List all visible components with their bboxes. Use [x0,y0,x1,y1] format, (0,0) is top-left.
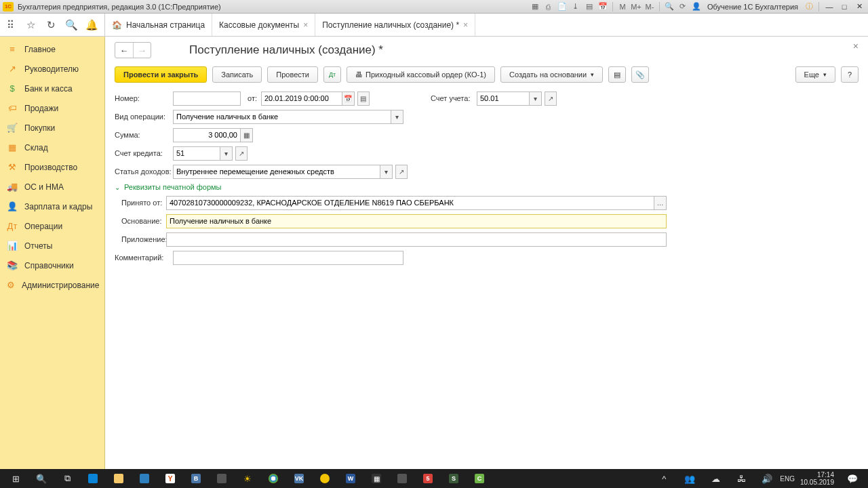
dtcr-button[interactable]: Дт [323,66,341,83]
store-icon[interactable] [132,469,157,488]
app-icon-2[interactable] [209,469,235,488]
calc-taskbar-icon[interactable]: ▦ [363,469,389,488]
save-icon[interactable]: ⤓ [570,1,581,12]
m-icon[interactable]: M [617,1,628,12]
app-icon-3[interactable] [389,469,415,488]
attach-button[interactable]: 📎 [631,66,649,83]
structure-button[interactable]: ▤ [608,66,626,83]
sidebar-item-warehouse[interactable]: ▦Склад [0,138,104,157]
date-input[interactable] [261,92,342,106]
app-icon-red1[interactable]: 5 [415,469,441,488]
help-button[interactable]: ? [841,66,859,83]
tab-home[interactable]: 🏠 Начальная страница [105,14,212,36]
m-minus-icon[interactable]: M- [644,1,655,12]
received-input[interactable] [166,196,654,210]
app-icon-red2[interactable]: S [441,469,467,488]
sum-input[interactable] [173,128,241,142]
notifications-icon[interactable]: 💬 [840,469,865,488]
yandex-icon[interactable]: Y [157,469,183,488]
ellipsis-icon[interactable]: … [654,196,667,210]
calc-icon[interactable]: ▦ [241,128,253,142]
sidebar-item-sales[interactable]: 🏷Продажи [0,98,104,118]
weather-icon[interactable]: ☀ [235,469,260,488]
search-icon[interactable]: 🔍 [61,14,81,37]
history-icon[interactable]: ↻ [41,14,61,37]
more-button[interactable]: Еще▾ [795,66,835,83]
sidebar-item-bank[interactable]: $Банк и касса [0,79,104,98]
edge-icon[interactable] [80,469,106,488]
doc-icon[interactable]: 📄 [557,1,568,12]
calendar-icon[interactable]: 📅 [597,1,608,12]
search-button[interactable]: 🔍 [28,469,54,488]
sidebar-item-main[interactable]: ≡Главное [0,39,104,59]
comment-input[interactable] [173,251,403,265]
print-pko-button[interactable]: 🖶Приходный кассовый ордер (КО-1) [347,66,495,83]
word-icon[interactable]: W [338,469,363,488]
post-close-button[interactable]: Провести и закрыть [115,66,207,83]
sidebar-item-production[interactable]: ⚒Производство [0,157,104,177]
close-button[interactable]: ✕ [853,1,865,12]
dropdown-icon[interactable]: ▾ [220,146,233,161]
open-icon[interactable]: ↗ [545,92,557,106]
explorer-icon[interactable] [106,469,132,488]
calendar-icon[interactable]: 📅 [342,92,355,106]
back-button[interactable]: ← [115,43,133,58]
clock[interactable]: 17:14 10.05.2019 [795,471,840,486]
list-icon[interactable]: ▤ [357,92,370,106]
account-input[interactable] [477,92,530,106]
dropdown-icon[interactable]: ▾ [391,110,403,124]
open-icon[interactable]: ↗ [235,146,248,161]
minimize-button[interactable]: — [823,1,835,12]
tray-up-icon[interactable]: ^ [651,469,677,488]
m-plus-icon[interactable]: M+ [631,1,642,12]
sidebar-item-admin[interactable]: ⚙Администрирование [0,275,104,295]
calc-icon[interactable]: ▤ [584,1,595,12]
print-form-section[interactable]: ⌄ Реквизиты печатной формы [115,183,859,191]
info-icon[interactable]: ⓘ [804,1,814,12]
tab-cash-documents[interactable]: Кассовые документы × [212,14,315,36]
close-icon[interactable]: × [463,20,468,30]
chrome-icon[interactable] [260,469,286,488]
sidebar-item-payroll[interactable]: 👤Зарплата и кадры [0,197,104,216]
print-icon[interactable]: ⎙ [543,1,554,12]
credit-input[interactable] [173,146,220,161]
sidebar-item-reports[interactable]: 📊Отчеты [0,236,104,256]
income-input[interactable] [173,165,380,179]
open-icon[interactable]: ↗ [395,165,408,179]
sidebar-item-operations[interactable]: ДтОперации [0,216,104,236]
grid-icon[interactable]: ▦ [530,1,540,12]
optype-input[interactable] [173,110,391,124]
zoom-icon[interactable]: 🔍 [664,1,675,12]
tab-cash-receipt[interactable]: Поступление наличных (создание) * × [315,14,475,36]
user-icon[interactable]: 👤 [691,1,702,12]
forward-button[interactable]: → [133,43,151,58]
1c-icon[interactable] [312,469,338,488]
bell-icon[interactable]: 🔔 [81,14,102,37]
refresh-icon[interactable]: ⟳ [677,1,688,12]
camtasia-icon[interactable]: C [467,469,492,488]
maximize-button[interactable]: □ [838,1,850,12]
close-icon[interactable]: × [303,20,308,30]
number-input[interactable] [173,92,241,106]
write-button[interactable]: Записать [212,66,262,83]
network-icon[interactable]: 🖧 [728,469,754,488]
close-page-button[interactable]: × [853,41,859,52]
vk-icon-2[interactable]: VK [286,469,312,488]
sound-icon[interactable]: 🔊 [754,469,780,488]
dropdown-icon[interactable]: ▾ [380,165,393,179]
start-button[interactable]: ⊞ [3,469,28,488]
star-icon[interactable]: ☆ [20,14,41,37]
post-button[interactable]: Провести [267,66,318,83]
vk-icon-1[interactable]: B [183,469,209,488]
taskview-button[interactable]: ⧉ [54,469,80,488]
sidebar-item-assets[interactable]: 🚚ОС и НМА [0,177,104,197]
lang-indicator[interactable]: ENG [780,469,795,488]
sidebar-item-manager[interactable]: ↗Руководителю [0,59,104,79]
people-icon[interactable]: 👥 [677,469,703,488]
sidebar-item-purchases[interactable]: 🛒Покупки [0,118,104,138]
apps-icon[interactable]: ⠿ [0,14,20,37]
basis-input[interactable] [166,214,667,228]
create-based-button[interactable]: Создать на основании▾ [500,66,603,83]
sidebar-item-refs[interactable]: 📚Справочники [0,256,104,275]
attach-input[interactable] [166,232,667,247]
